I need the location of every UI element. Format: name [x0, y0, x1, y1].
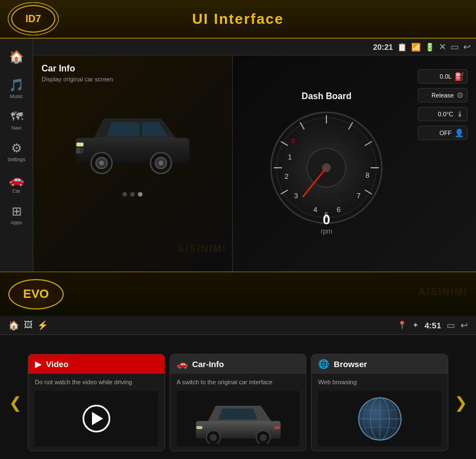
fuel-value: 0.0L	[440, 73, 452, 80]
video-card-header: ▶ Video	[28, 354, 165, 374]
panels-area: Car Info Display original car screen	[33, 55, 476, 271]
left-nav-arrow[interactable]: ❮	[6, 386, 25, 419]
wifi-icon: 📶	[411, 43, 421, 51]
music-icon: 🎵	[9, 78, 24, 92]
car-info-card-icon: 🚗	[177, 359, 188, 369]
home-icon: 🏠	[9, 50, 24, 64]
car-icon: 🚗	[9, 173, 24, 187]
dashboard-panel: Dash Board	[233, 55, 476, 271]
status-time: 20:21	[373, 43, 393, 51]
sidebar-item-settings[interactable]: ⚙ Settings	[1, 136, 32, 167]
car-info-card-header: 🚗 Car-Info	[170, 354, 306, 374]
bottom-right-icons: 📍 ✦ 4:51 ▭ ↩	[397, 320, 468, 331]
car-info-card-body: A switch to the original car interface	[170, 374, 306, 451]
browser-card[interactable]: 🌐 Browser Web browsing	[311, 354, 448, 451]
svg-point-35	[209, 434, 217, 441]
id7-badge: ID7	[11, 5, 55, 33]
bottom-left-icons: 🏠 🖼 ⚡	[8, 320, 48, 331]
globe-svg	[356, 395, 403, 442]
ac-label: OFF	[439, 130, 452, 136]
sidebar-navi-label: Navi	[11, 125, 21, 131]
video-card-body: Do not watch the video while driving	[28, 374, 165, 451]
location-icon: 📍	[397, 321, 407, 329]
sidebar-item-home[interactable]: 🏠	[1, 42, 32, 72]
main-content: 20:21 📋 📶 🔋 ✕ ▭ ↩ Car Info Display origi…	[33, 39, 476, 271]
play-button[interactable]	[83, 405, 110, 432]
minimize-btn[interactable]: ▭	[451, 42, 459, 52]
dot-2	[130, 192, 135, 197]
sidebar-item-music[interactable]: 🎵 Music	[1, 73, 32, 104]
settings-icon: ⚙	[11, 141, 22, 156]
battery-icon: 🔋	[425, 43, 434, 51]
fuel-info: 0.0L ⛽	[418, 69, 468, 84]
top-section: 🏠 🎵 Music 🗺 Navi ⚙ Settings 🚗 Car ⊞ Apps…	[0, 39, 476, 271]
svg-rect-38	[196, 426, 202, 429]
rpm-gauge-svg: 1 2 3 4 5 6 7 8 0	[265, 107, 387, 229]
temp-value: 0.0°C	[438, 111, 453, 117]
sidebar-item-apps[interactable]: ⊞ Apps	[1, 199, 32, 230]
sidebar: 🏠 🎵 Music 🗺 Navi ⚙ Settings 🚗 Car ⊞ Apps	[0, 39, 33, 271]
back-btn[interactable]: ↩	[463, 42, 470, 52]
apps-icon: ⊞	[12, 204, 22, 219]
cards-container: ▶ Video Do not watch the video while dri…	[25, 354, 451, 451]
svg-text:2: 2	[285, 172, 289, 180]
car-sedan-svg	[188, 394, 288, 443]
evo-badge: EVO	[8, 279, 64, 310]
sidebar-apps-label: Apps	[11, 220, 22, 225]
svg-text:1: 1	[288, 153, 292, 161]
bottom-home-btn[interactable]: 🏠	[8, 320, 19, 331]
sidebar-music-label: Music	[10, 94, 23, 99]
video-card-image	[35, 391, 158, 446]
dot-3	[138, 192, 142, 197]
temp-info: 0.0°C 🌡	[418, 107, 468, 121]
play-triangle	[92, 412, 103, 425]
video-card-description: Do not watch the video while driving	[35, 378, 158, 386]
sidebar-item-navi[interactable]: 🗺 Navi	[1, 105, 32, 135]
car-info-card[interactable]: 🚗 Car-Info A switch to the original car …	[170, 354, 307, 451]
bottom-screen-btn[interactable]: ▭	[447, 320, 455, 331]
top-header: ID7 UI Interface	[0, 0, 476, 39]
car-suv-svg	[66, 99, 199, 177]
release-icon: ⚙	[457, 91, 464, 100]
bottom-image-btn[interactable]: 🖼	[24, 320, 33, 330]
close-btn[interactable]: ✕	[439, 42, 446, 52]
ac-info: OFF 👤	[418, 126, 468, 140]
release-label: Release	[432, 92, 454, 99]
svg-point-37	[259, 434, 267, 441]
dashboard-info-sidebar: 0.0L ⛽ Release ⚙ 0.0°C 🌡 OFF 👤	[418, 64, 468, 263]
car-info-card-description: A switch to the original car interface	[177, 378, 300, 386]
svg-text:4: 4	[314, 205, 318, 214]
right-nav-arrow[interactable]: ❯	[451, 386, 470, 419]
sidebar-item-car[interactable]: 🚗 Car	[1, 168, 32, 198]
globe-icon: 🌐	[318, 359, 329, 369]
svg-text:0: 0	[291, 137, 295, 144]
fuel-icon: ⛽	[454, 72, 464, 81]
svg-point-6	[158, 161, 163, 166]
car-info-title: Car Info	[42, 64, 224, 74]
video-card[interactable]: ▶ Video Do not watch the video while dri…	[28, 354, 165, 451]
svg-point-3	[99, 161, 104, 166]
cards-row: ❮ ▶ Video Do not watch the video while d…	[0, 335, 476, 459]
car-info-card-title: Car-Info	[192, 359, 224, 369]
release-info: Release ⚙	[418, 88, 468, 102]
svg-rect-39	[274, 426, 280, 429]
bottom-back-btn[interactable]: ↩	[460, 320, 468, 331]
sidebar-car-label: Car	[12, 188, 21, 194]
svg-rect-7	[76, 143, 84, 147]
bottom-section: EVO AISINIMI 🏠 🖼 ⚡ 📍 ✦ 4:51 ▭ ↩ ❮ ▶ Vide…	[0, 271, 476, 459]
temp-icon: 🌡	[456, 110, 464, 118]
svg-rect-9	[76, 148, 80, 153]
dashboard-title: Dash Board	[301, 91, 351, 101]
bottom-time: 4:51	[424, 321, 441, 330]
watermark-top: AISINIMI	[177, 243, 227, 255]
bottom-plug-btn[interactable]: ⚡	[37, 320, 48, 331]
car-info-card-image	[177, 391, 300, 446]
ac-icon: 👤	[454, 128, 464, 137]
rpm-label: rpm	[321, 228, 332, 235]
browser-card-body: Web browsing	[311, 374, 448, 451]
navi-icon: 🗺	[11, 110, 23, 124]
browser-card-description: Web browsing	[318, 378, 441, 386]
browser-card-image	[318, 391, 441, 446]
rpm-value: 0	[323, 212, 330, 228]
car-info-subtitle: Display original car screen	[42, 76, 224, 82]
